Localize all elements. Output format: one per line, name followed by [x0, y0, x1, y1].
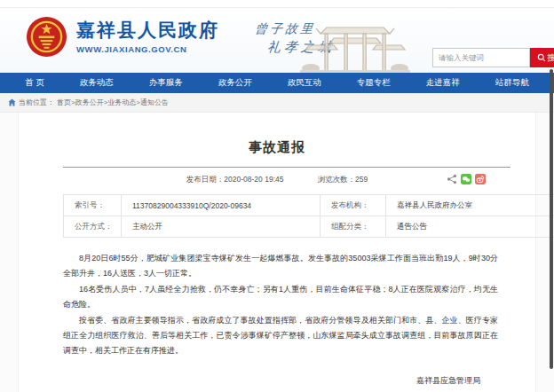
breadcrumb: 当前位置： 首页>政务公开>业务动态>通知公告: [0, 93, 554, 113]
disclosure-method-value: 主动公开: [122, 216, 321, 238]
home-icon: [8, 98, 16, 106]
site-url: WWW.JIAXIANG.GOV.CN: [76, 44, 219, 54]
breadcrumb-path[interactable]: 首页>政务公开>业务动态>通知公告: [57, 98, 169, 107]
publish-date-label: 发布日期：: [186, 175, 225, 184]
share-buttons: [447, 174, 486, 184]
article-paragraph: 按省委、省政府主要领导指示，省政府成立了事故处置指挥部，省政府分管领导及相关部门…: [63, 313, 498, 358]
scrollbar[interactable]: [550, 69, 553, 369]
site-header: 嘉祥县人民政府 WWW.JIAXIANG.GOV.CN 曾子故里 礼孝之城: [0, 8, 554, 73]
nav-item-interaction[interactable]: 政民互动: [288, 77, 321, 89]
category-label: 组配分类：: [321, 216, 386, 238]
search-button-label: 搜索: [548, 52, 554, 64]
search-input[interactable]: [432, 48, 530, 67]
disclosure-method-label: 公开方式：: [64, 216, 122, 238]
issuing-agency-label: 发布机构：: [321, 195, 386, 216]
search-icon: [537, 53, 546, 62]
nav-item-home[interactable]: 首 页: [25, 77, 44, 89]
national-emblem-icon: [26, 16, 67, 58]
document-meta-table: 索引号： 11370829004333910Q/2020-09634 发布机构：…: [63, 194, 554, 238]
share-icon[interactable]: [447, 174, 457, 184]
issuing-agency-value: 嘉祥县人民政府办公室: [386, 195, 554, 216]
views-label: 浏览次数：: [317, 175, 355, 184]
nav-item-topics[interactable]: 专题专栏: [357, 77, 391, 89]
site-identity: 嘉祥县人民政府 WWW.JIAXIANG.GOV.CN: [76, 19, 219, 54]
main-navigation: 首 页 政务动态 办事服务 政务公开 政民互动 专题专栏 走进嘉祥 站群导航: [0, 73, 554, 93]
nav-item-site-map[interactable]: 站群导航: [495, 77, 529, 89]
site-name: 嘉祥县人民政府: [76, 19, 219, 42]
article-paragraph: 16名受伤人员中，7人虽经全力抢救，仍不幸身亡；另有1人重伤，目前生命体征平稳；…: [63, 282, 498, 312]
breadcrumb-prefix: 当前位置：: [19, 98, 54, 107]
table-row: 公开方式： 主动公开 组配分类： 通告公告: [64, 216, 554, 238]
category-value: 通告公告: [386, 216, 554, 238]
weibo-icon[interactable]: [475, 174, 486, 184]
article-paragraph: 8月20日6时55分，肥城矿业集团梁宝寺煤矿发生一起爆燃事故。发生事故的3500…: [63, 251, 498, 281]
nav-item-about[interactable]: 走进嘉祥: [426, 77, 460, 89]
search-box: 搜索: [432, 48, 554, 67]
window-top-strip: [0, 0, 554, 8]
wechat-icon[interactable]: [461, 174, 471, 184]
article-body: 8月20日6时55分，肥城矿业集团梁宝寺煤矿发生一起爆燃事故。发生事故的3500…: [63, 251, 498, 358]
archway-image: [298, 20, 412, 74]
search-button[interactable]: 搜索: [530, 48, 554, 67]
article-signature: 嘉祥县应急管理局 2020年8月20日: [19, 372, 535, 392]
article-card: 事故通报 发布日期：2020-08-20 19:45浏览次数：259: [18, 113, 536, 392]
page-title: 事故通报: [19, 139, 535, 156]
signing-agency: 嘉祥县应急管理局: [19, 372, 480, 389]
views-count: 259: [355, 175, 368, 184]
publish-date: 2020-08-20 19:45: [224, 175, 283, 184]
nav-item-services[interactable]: 办事服务: [149, 77, 183, 89]
table-row: 索引号： 11370829004333910Q/2020-09634 发布机构：…: [64, 195, 554, 216]
title-divider: [63, 167, 510, 168]
nav-item-disclosure[interactable]: 政务公开: [218, 77, 252, 89]
nav-item-gov-news[interactable]: 政务动态: [80, 77, 114, 89]
index-number-label: 索引号：: [64, 195, 122, 216]
article-meta: 发布日期：2020-08-20 19:45浏览次数：259: [19, 175, 535, 185]
index-number-value: 11370829004333910Q/2020-09634: [122, 195, 321, 216]
